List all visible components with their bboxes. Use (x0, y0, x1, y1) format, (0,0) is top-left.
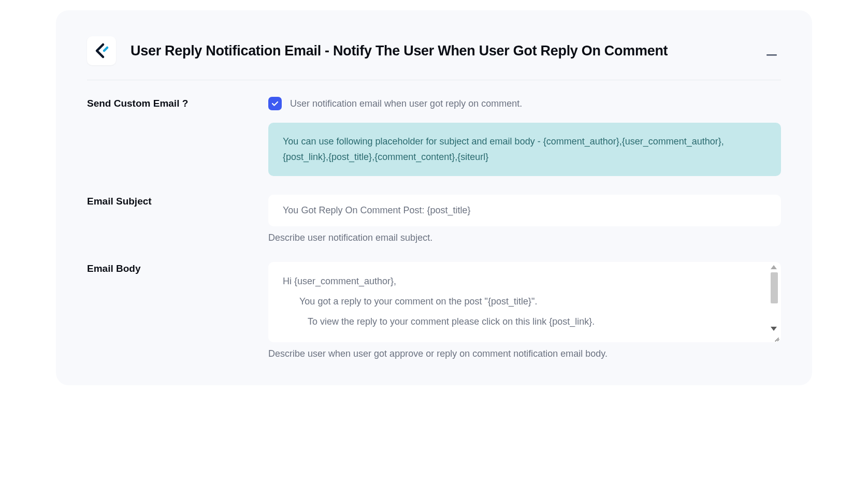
scrollbar-thumb[interactable] (771, 272, 778, 303)
email-subject-row: Email Subject Describe user notification… (87, 195, 781, 243)
body-line-3: To view the reply to your comment please… (283, 315, 756, 329)
custom-email-checkbox[interactable] (268, 97, 282, 110)
custom-email-row: Send Custom Email ? User notification em… (87, 97, 781, 176)
checkbox-label: User notification email when user got re… (290, 98, 522, 109)
panel-header: User Reply Notification Email - Notify T… (87, 36, 781, 80)
collapse-button[interactable] (762, 42, 781, 60)
checkbox-row: User notification email when user got re… (268, 97, 781, 110)
logo-icon (93, 42, 110, 59)
email-body-row: Email Body Hi {user_comment_author}, You… (87, 262, 781, 359)
check-icon (271, 99, 279, 108)
minus-icon (766, 54, 777, 56)
custom-email-content: User notification email when user got re… (268, 97, 781, 176)
resize-handle-icon[interactable] (773, 334, 780, 341)
email-subject-label: Email Subject (87, 195, 268, 207)
email-body-textarea[interactable]: Hi {user_comment_author}, You got a repl… (268, 262, 781, 342)
email-body-textarea-wrapper: Hi {user_comment_author}, You got a repl… (268, 262, 781, 342)
email-subject-content: Describe user notification email subject… (268, 195, 781, 243)
panel-title: User Reply Notification Email - Notify T… (131, 43, 668, 59)
settings-panel: User Reply Notification Email - Notify T… (56, 10, 812, 385)
email-subject-input[interactable] (268, 195, 781, 226)
email-body-label: Email Body (87, 262, 268, 274)
scroll-up-icon[interactable] (771, 265, 777, 269)
body-line-2: You got a reply to your comment on the p… (283, 295, 756, 309)
app-logo (87, 36, 116, 65)
placeholder-info-box: You can use following placeholder for su… (268, 123, 781, 176)
header-left: User Reply Notification Email - Notify T… (87, 36, 668, 65)
body-line-1: Hi {user_comment_author}, (283, 274, 756, 288)
email-body-help: Describe user when user got approve or r… (268, 348, 781, 359)
email-body-content: Hi {user_comment_author}, You got a repl… (268, 262, 781, 359)
scroll-down-icon[interactable] (771, 327, 777, 331)
email-subject-help: Describe user notification email subject… (268, 232, 781, 243)
custom-email-label: Send Custom Email ? (87, 97, 268, 109)
svg-rect-0 (766, 54, 777, 56)
